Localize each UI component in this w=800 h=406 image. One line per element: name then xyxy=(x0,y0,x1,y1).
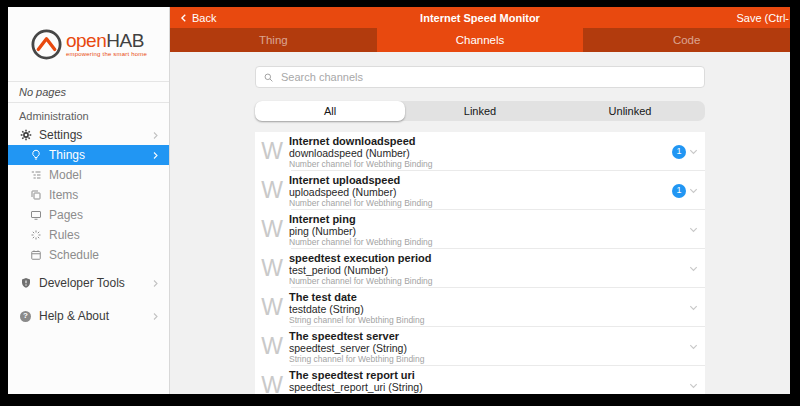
sidebar-item-label: Things xyxy=(49,148,85,162)
search-icon xyxy=(263,72,274,83)
sidebar-item-label: Settings xyxy=(39,128,82,142)
brand-open: open xyxy=(66,30,106,51)
sidebar-item-developer-tools[interactable]: Developer Tools xyxy=(8,273,169,293)
channel-list: W Internet downloadspeed downloadspeed (… xyxy=(255,132,705,394)
page-title: Internet Speed Monitor xyxy=(420,12,540,24)
model-icon xyxy=(29,169,42,181)
channel-title: Internet ping xyxy=(289,213,432,225)
items-icon xyxy=(29,189,42,201)
sidebar-section-administration: Administration xyxy=(8,109,169,123)
chevron-down-icon xyxy=(688,185,699,196)
tab-thing[interactable]: Thing xyxy=(170,28,377,52)
sidebar-item-schedule[interactable]: Schedule xyxy=(8,245,169,265)
channel-title: The speedtest server xyxy=(289,330,424,342)
schedule-icon xyxy=(29,249,42,261)
main-area: Back Internet Speed Monitor Save (Ctrl- … xyxy=(170,7,790,394)
channel-description: String channel for Webthing Binding xyxy=(289,354,424,364)
brand-tagline: empowering the smart home xyxy=(66,51,147,57)
channel-kind-initial: W xyxy=(255,257,289,280)
channel-id: test_period (Number) xyxy=(289,264,432,276)
sidebar-item-rules[interactable]: Rules xyxy=(8,225,169,245)
channel-kind-initial: W xyxy=(255,374,289,394)
chevron-down-icon xyxy=(688,224,699,235)
channel-title: The speedtest report uri xyxy=(289,369,424,381)
search-bar xyxy=(255,66,705,88)
sidebar-item-things[interactable]: Things xyxy=(8,145,169,165)
channel-row[interactable]: W The test date testdate (String) String… xyxy=(255,288,705,327)
filter-option-unlinked[interactable]: Unlinked xyxy=(555,101,705,121)
screenshot-frame: openHAB empowering the smart home No pag… xyxy=(0,0,800,406)
save-button[interactable]: Save (Ctrl- xyxy=(736,12,789,24)
filter-segmented-control: All Linked Unlinked xyxy=(255,101,705,121)
channel-kind-initial: W xyxy=(255,335,289,358)
chevron-down-icon xyxy=(688,263,699,274)
sidebar-item-items[interactable]: Items xyxy=(8,185,169,205)
channel-kind-initial: W xyxy=(255,296,289,319)
back-button[interactable]: Back xyxy=(179,12,216,24)
channel-title: The test date xyxy=(289,291,424,303)
gear-icon xyxy=(19,129,32,141)
sidebar: openHAB empowering the smart home No pag… xyxy=(8,7,170,394)
back-label: Back xyxy=(192,12,216,24)
help-icon: ? xyxy=(19,311,32,322)
channel-row[interactable]: W Internet ping ping (Number) Number cha… xyxy=(255,210,705,249)
sidebar-item-pages[interactable]: Pages xyxy=(8,205,169,225)
lightbulb-icon xyxy=(29,149,42,161)
tab-channels[interactable]: Channels xyxy=(377,28,584,52)
channel-id: uploadspeed (Number) xyxy=(289,186,432,198)
channel-id: testdate (String) xyxy=(289,303,424,315)
linked-count-badge: 1 xyxy=(672,145,686,159)
channel-id: speedtest_report_uri (String) xyxy=(289,381,424,393)
pages-icon xyxy=(29,209,42,221)
openhab-logo: openHAB empowering the smart home xyxy=(8,7,169,82)
sidebar-item-label: Pages xyxy=(49,208,83,222)
filter-option-all[interactable]: All xyxy=(255,101,405,121)
filter-option-linked[interactable]: Linked xyxy=(405,101,555,121)
channel-row[interactable]: W The speedtest server speedtest_server … xyxy=(255,327,705,366)
channel-row[interactable]: W Internet uploadspeed uploadspeed (Numb… xyxy=(255,171,705,210)
search-input[interactable] xyxy=(279,70,704,84)
channel-id: speedtest_server (String) xyxy=(289,342,424,354)
chevron-right-icon xyxy=(151,312,160,321)
channel-description: Number channel for Webthing Binding xyxy=(289,237,432,247)
rules-icon xyxy=(29,229,42,241)
brand-text: openHAB empowering the smart home xyxy=(66,31,147,57)
chevron-right-icon xyxy=(151,151,160,160)
sidebar-item-label: Rules xyxy=(49,228,80,242)
channel-kind-initial: W xyxy=(255,218,289,241)
openhab-admin-window: openHAB empowering the smart home No pag… xyxy=(8,7,790,394)
sidebar-item-label: Schedule xyxy=(49,248,99,262)
channel-description: Number channel for Webthing Binding xyxy=(289,198,432,208)
channel-description: Number channel for Webthing Binding xyxy=(289,159,432,169)
no-pages-label: No pages xyxy=(8,82,169,103)
channel-title: Internet uploadspeed xyxy=(289,174,432,186)
chevron-down-icon xyxy=(688,380,699,391)
channel-description: String channel for Webthing Binding xyxy=(289,315,424,325)
channel-row[interactable]: W The speedtest report uri speedtest_rep… xyxy=(255,366,705,394)
shield-icon xyxy=(19,277,32,289)
chevron-down-icon xyxy=(688,341,699,352)
channel-title: speedtest execution period xyxy=(289,252,432,264)
chevron-down-icon xyxy=(688,146,699,157)
sidebar-item-label: Items xyxy=(49,188,78,202)
sidebar-item-label: Model xyxy=(49,168,82,182)
chevron-right-icon xyxy=(151,279,160,288)
sidebar-item-label: Help & About xyxy=(39,309,109,323)
sidebar-item-help-about[interactable]: ? Help & About xyxy=(8,306,169,326)
openhab-logo-icon xyxy=(30,28,63,61)
tab-code[interactable]: Code xyxy=(583,28,790,52)
linked-count-badge: 1 xyxy=(672,184,686,198)
channel-row[interactable]: W speedtest execution period test_period… xyxy=(255,249,705,288)
channel-kind-initial: W xyxy=(255,140,289,163)
sidebar-item-settings[interactable]: Settings xyxy=(8,125,169,145)
channel-id: ping (Number) xyxy=(289,225,432,237)
channel-description: Number channel for Webthing Binding xyxy=(289,276,432,286)
chevron-down-icon xyxy=(688,302,699,313)
chevron-right-icon xyxy=(151,131,160,140)
sidebar-item-model[interactable]: Model xyxy=(8,165,169,185)
channel-row[interactable]: W Internet downloadspeed downloadspeed (… xyxy=(255,132,705,171)
channel-kind-initial: W xyxy=(255,179,289,202)
channels-panel: All Linked Unlinked W Internet xyxy=(255,52,705,394)
sidebar-menu: Settings Things xyxy=(8,125,169,326)
channel-description: String channel for Webthing Binding xyxy=(289,393,424,395)
